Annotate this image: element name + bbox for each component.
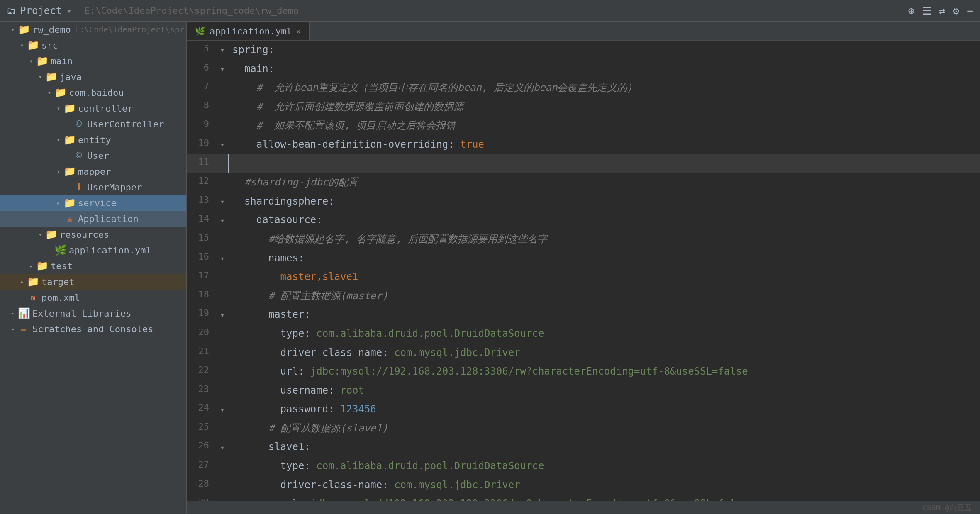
folder-icon-controller: 📁 [64, 104, 76, 112]
icon-structure[interactable]: ☰ [922, 5, 931, 17]
line-num-29: 29 [187, 495, 217, 501]
folder-icon-mapper: 📁 [64, 167, 76, 175]
project-dropdown-icon[interactable]: ▾ [66, 5, 72, 17]
gutter-10: ▾ [217, 135, 228, 154]
gutter-29 [217, 495, 228, 501]
code-line-27: 27 type: com.alibaba.druid.pool.DruidDat… [187, 457, 980, 476]
arrow-entity [55, 136, 62, 144]
main-area: 📁 rw_demo E:\Code\IdeaProject\spring_cod… [0, 22, 980, 514]
code-line-8: 8 # 允许后面创建数据源覆盖前面创建的数据源 [187, 97, 980, 117]
line-content-24: password: 123456 [228, 400, 980, 419]
sidebar-item-usercontroller[interactable]: © UserController [0, 116, 186, 132]
code-line-16: 16 ▾ names: [187, 249, 980, 268]
title-bar-icons: ⊕ ☰ ⇄ ⚙ − [908, 5, 973, 17]
sidebar-item-main[interactable]: 📁 main [0, 53, 186, 69]
gutter-21 [217, 343, 228, 363]
arrow-src [18, 41, 26, 49]
line-content-20: type: com.alibaba.druid.pool.DruidDataSo… [228, 324, 980, 343]
gutter-11 [217, 154, 228, 173]
folder-icon-target: 📁 [27, 278, 39, 286]
line-content-5: spring: [228, 41, 980, 60]
line-content-28: driver-class-name: com.mysql.jdbc.Driver [228, 476, 980, 495]
sidebar-item-mapper[interactable]: 📁 mapper [0, 163, 186, 179]
file-icon-usermapper: ℹ [73, 183, 85, 191]
arrow-rw_demo [9, 26, 17, 33]
icon-minimize[interactable]: − [967, 5, 973, 17]
sidebar-item-external-libraries[interactable]: 📊 External Libraries [0, 305, 186, 321]
icon-settings[interactable]: ⚙ [953, 5, 960, 17]
line-content-23: username: root [228, 381, 980, 400]
arrow-test [27, 262, 35, 270]
tab-close-button[interactable]: × [296, 27, 301, 36]
sidebar-item-scratches[interactable]: ✏ Scratches and Consoles [0, 321, 186, 337]
folder-icon-rw_demo: 📁 [18, 25, 30, 34]
label-scratches: Scratches and Consoles [32, 324, 153, 334]
arrow-resources [37, 231, 44, 238]
sidebar-item-test[interactable]: 📁 test [0, 258, 186, 274]
sidebar-item-service[interactable]: 📁 service [0, 195, 186, 211]
code-line-10: 10 ▾ allow-bean-definition-overriding: t… [187, 135, 980, 154]
project-label[interactable]: Project [20, 5, 62, 17]
line-content-25: # 配置从数据源(slave1) [228, 419, 980, 438]
gutter-28 [217, 476, 228, 495]
sidebar-item-rw_demo[interactable]: 📁 rw_demo E:\Code\IdeaProject\spring_cod… [0, 22, 186, 37]
code-line-25: 25 # 配置从数据源(slave1) [187, 419, 980, 438]
code-line-14: 14 ▾ datasource: [187, 211, 980, 230]
tab-label: application.yml [210, 26, 292, 37]
label-test: test [51, 261, 73, 271]
gutter-25 [217, 419, 228, 438]
line-content-17: master,slave1 [228, 268, 980, 287]
sidebar-item-resources[interactable]: 📁 resources [0, 227, 186, 242]
editor-content[interactable]: 5 ▾ spring: 6 ▾ main: 7 # 允许bean重复定义（当项目… [187, 41, 980, 501]
arrow-target [18, 278, 26, 285]
icon-sync[interactable]: ⊕ [908, 5, 914, 17]
line-num-13: 13 [187, 192, 217, 211]
code-line-15: 15 #给数据源起名字, 名字随意, 后面配置数据源要用到这些名字 [187, 230, 980, 249]
sidebar-item-usermapper[interactable]: ℹ UserMapper [0, 179, 186, 195]
sidebar-item-application[interactable]: ☕ Application [0, 211, 186, 227]
line-content-18: # 配置主数据源(master) [228, 287, 980, 306]
line-num-27: 27 [187, 457, 217, 476]
arrow-scratches [9, 325, 17, 333]
gutter-5: ▾ [217, 41, 228, 60]
file-icon-pom: m [27, 293, 39, 302]
tab-yaml-icon: 🌿 [195, 26, 205, 36]
sidebar-item-target[interactable]: 📁 target [0, 274, 186, 290]
line-content-8: # 允许后面创建数据源覆盖前面创建的数据源 [228, 97, 980, 117]
code-line-17: 17 master,slave1 [187, 268, 980, 287]
file-icon-yml: 🌿 [55, 246, 66, 254]
code-line-19: 19 ▾ master: [187, 305, 980, 324]
sidebar-item-java[interactable]: 📁 java [0, 69, 186, 85]
title-bar-left: 🗂 Project ▾ E:\Code\IdeaProject\spring_c… [7, 5, 299, 17]
line-content-9: # 如果不配置该项, 项目启动之后将会报错 [228, 116, 980, 135]
bottom-bar: CSDN @白豆五 [187, 501, 980, 514]
sidebar-item-controller[interactable]: 📁 controller [0, 100, 186, 116]
label-main: main [51, 56, 73, 66]
gutter-15 [217, 230, 228, 249]
gutter-14: ▾ [217, 211, 228, 230]
gutter-7 [217, 78, 228, 97]
line-content-21: driver-class-name: com.mysql.jdbc.Driver [228, 343, 980, 363]
folder-icon-entity: 📁 [64, 136, 76, 144]
sidebar-item-application-yml[interactable]: 🌿 application.yml [0, 242, 186, 258]
line-content-27: type: com.alibaba.druid.pool.DruidDataSo… [228, 457, 980, 476]
sidebar-item-com-baidou[interactable]: 📁 com.baidou [0, 85, 186, 100]
sidebar-item-pom-xml[interactable]: m pom.xml [0, 290, 186, 305]
sidebar-item-user[interactable]: © User [0, 148, 186, 163]
label-application: Application [78, 214, 139, 224]
gutter-27 [217, 457, 228, 476]
sidebar-item-src[interactable]: 📁 src [0, 37, 186, 53]
code-line-11: 11 [187, 154, 980, 173]
icon-diff[interactable]: ⇄ [939, 5, 946, 17]
editor-tab-application-yml[interactable]: 🌿 application.yml × [187, 22, 310, 40]
line-num-5: 5 [187, 41, 217, 60]
gutter-13: ▾ [217, 192, 228, 211]
line-num-28: 28 [187, 476, 217, 495]
sidebar-item-entity[interactable]: 📁 entity [0, 132, 186, 148]
line-num-23: 23 [187, 381, 217, 400]
line-content-13: shardingsphere: [228, 192, 980, 211]
code-line-29: 29 url: jdbc:mysql://192.168.203.129:330… [187, 495, 980, 501]
file-icon-application: ☕ [64, 214, 76, 223]
gutter-6: ▾ [217, 60, 228, 79]
code-line-7: 7 # 允许bean重复定义（当项目中存在同名的bean, 后定义的bean会覆… [187, 78, 980, 97]
